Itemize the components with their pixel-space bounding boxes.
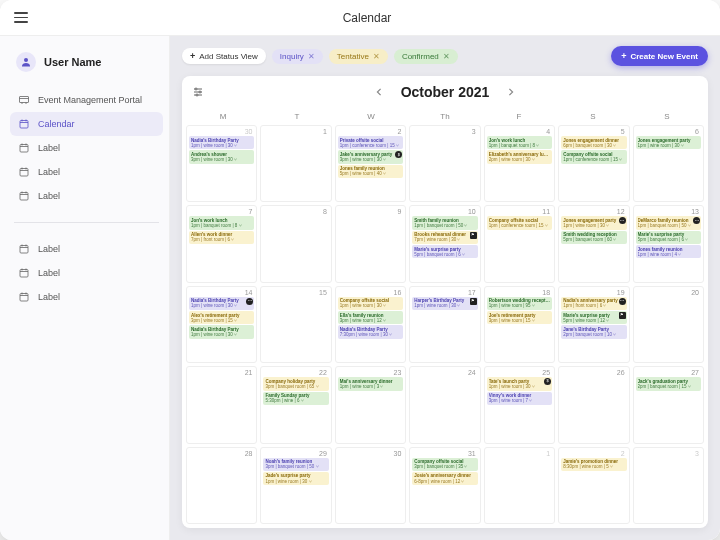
filter-inquiry[interactable]: Inquiry ✕ <box>272 49 323 64</box>
sidebar-item-label[interactable]: Label <box>10 184 163 208</box>
event-inquiry[interactable]: Marie's surprise party5pm | banquet room… <box>412 245 477 258</box>
event-inquiry[interactable]: Harper's Birthday Party1pm | wine room |… <box>412 297 477 310</box>
event-inquiry[interactable]: Nadia's Birthday Party7:30pm | wine room… <box>338 325 403 338</box>
calendar-cell[interactable]: 4Jon's work lunch1pm | banquet room | 8 … <box>484 125 555 202</box>
calendar-cell[interactable]: 30 <box>335 447 406 524</box>
add-status-view-button[interactable]: + Add Status View <box>182 48 266 64</box>
calendar-cell[interactable]: 11Company offsite social1pm | conference… <box>484 205 555 282</box>
event-inquiry[interactable]: Vinny's work dinner3pm | wine room | 7 ⑂ <box>487 392 552 405</box>
user-block[interactable]: User Name <box>10 48 163 76</box>
event-tentative[interactable]: DeMarco family reunion1pm | banquet room… <box>636 216 701 229</box>
event-tentative[interactable]: Josie's anniversary dinner6-8pm | wine r… <box>412 472 477 485</box>
event-confirmed[interactable]: Jon's work lunch1pm | banquet room | 8 ⑂ <box>487 136 552 149</box>
event-tentative[interactable]: Company holiday party3pm | banquet room … <box>263 377 328 390</box>
calendar-cell[interactable]: 19Nadia's anniversary party1pm | front r… <box>558 286 629 363</box>
sidebar-item-event-management-portal[interactable]: Event Management Portal <box>10 88 163 112</box>
event-confirmed[interactable]: Marie's surprise party5pm | banquet room… <box>636 231 701 244</box>
calendar-cell[interactable]: 18Robertson wedding reception1pm | wine … <box>484 286 555 363</box>
calendar-cell[interactable]: 28 <box>186 447 257 524</box>
event-tentative[interactable]: Allen's work dinner7pm | front room | 6 … <box>189 231 254 244</box>
event-tentative[interactable]: Alex's retirement party3pm | wine room |… <box>189 311 254 324</box>
event-tentative[interactable]: Tate's launch party1pm | wine room | 30 … <box>487 377 552 390</box>
calendar-cell[interactable]: 15 <box>260 286 331 363</box>
filter-tentative[interactable]: Tentative ✕ <box>329 49 388 64</box>
calendar-cell[interactable]: 1 <box>260 125 331 202</box>
event-inquiry[interactable]: Private offsite social1pm | conference r… <box>338 136 403 149</box>
event-inquiry[interactable]: Jane's Birthday Party2pm | banquet room … <box>561 325 626 338</box>
calendar-cell[interactable]: 25Tate's launch party1pm | wine room | 3… <box>484 366 555 443</box>
calendar-cell[interactable]: 2Jamie's promotion dinner8:30pm | wine r… <box>558 447 629 524</box>
sidebar-item-label[interactable]: Label <box>10 285 163 309</box>
filter-settings-icon[interactable] <box>192 86 204 98</box>
event-confirmed[interactable]: Jake's anniversary party3pm | wine room … <box>338 150 403 163</box>
event-confirmed[interactable]: Andrea's shower3pm | wine room | 30 ⑂ <box>189 150 254 163</box>
calendar-cell[interactable]: 26 <box>558 366 629 443</box>
calendar-cell[interactable]: 29Noah's family reunion3pm | banquet roo… <box>260 447 331 524</box>
event-tentative[interactable]: Joe's retirement party3pm | wine room | … <box>487 311 552 324</box>
calendar-cell[interactable]: 20 <box>633 286 704 363</box>
sidebar-item-label[interactable]: Label <box>10 261 163 285</box>
event-tentative[interactable]: Jones engagement dinner6pm | banquet roo… <box>561 136 626 149</box>
event-tentative[interactable]: Nadia's anniversary party1pm | front roo… <box>561 297 626 310</box>
menu-icon[interactable] <box>14 12 28 23</box>
event-inquiry[interactable]: Nadia's Birthday Party1pm | wine room | … <box>189 297 254 310</box>
event-confirmed[interactable]: Mai's anniversary dinner1pm | wine room … <box>338 377 403 390</box>
event-tentative[interactable]: Jones family reunion5pm | wine room | 40… <box>338 165 403 178</box>
calendar-cell[interactable]: 7Jon's work lunch1pm | banquet room | 8 … <box>186 205 257 282</box>
prev-month-icon[interactable] <box>375 88 383 96</box>
calendar-cell[interactable]: 6Jones engagement party1pm | wine room |… <box>633 125 704 202</box>
event-inquiry[interactable]: Noah's family reunion3pm | banquet room … <box>263 458 328 471</box>
calendar-cell[interactable]: 2Private offsite social1pm | conference … <box>335 125 406 202</box>
event-inquiry[interactable]: Nadia's Birthday Party1pm | wine room | … <box>189 136 254 149</box>
filter-confirmed[interactable]: Confirmed ✕ <box>394 49 458 64</box>
calendar-cell[interactable]: 23Mai's anniversary dinner1pm | wine roo… <box>335 366 406 443</box>
calendar-cell[interactable]: 27Jack's graduation party2pm | banquet r… <box>633 366 704 443</box>
event-confirmed[interactable]: Family Sunday party5:30pm | wine | 6 ⑂ <box>263 392 328 405</box>
calendar-cell[interactable]: 12Jones engagement party1pm | wine room … <box>558 205 629 282</box>
event-tentative[interactable]: Jones engagement party1pm | wine room | … <box>561 216 626 229</box>
calendar-cell[interactable]: 3 <box>633 447 704 524</box>
close-icon[interactable]: ✕ <box>373 52 380 61</box>
calendar-cell[interactable]: 10Smith family reunion1pm | banquet room… <box>409 205 480 282</box>
calendar-cell[interactable]: 16Company offsite social1pm | wine room … <box>335 286 406 363</box>
event-confirmed[interactable]: Smith wedding reception5pm | banquet roo… <box>561 231 626 244</box>
next-month-icon[interactable] <box>507 88 515 96</box>
event-confirmed[interactable]: Smith family reunion1pm | banquet room |… <box>412 216 477 229</box>
close-icon[interactable]: ✕ <box>443 52 450 61</box>
sidebar-item-label[interactable]: Label <box>10 160 163 184</box>
close-icon[interactable]: ✕ <box>308 52 315 61</box>
calendar-cell[interactable]: 13DeMarco family reunion1pm | banquet ro… <box>633 205 704 282</box>
event-confirmed[interactable]: Robertson wedding reception1pm | wine ro… <box>487 297 552 310</box>
create-event-button[interactable]: + Create New Event <box>611 46 708 66</box>
sidebar-item-calendar[interactable]: Calendar <box>10 112 163 136</box>
calendar-cell[interactable]: 22Company holiday party3pm | banquet roo… <box>260 366 331 443</box>
calendar-cell[interactable]: 8 <box>260 205 331 282</box>
event-confirmed[interactable]: Jones engagement party1pm | wine room | … <box>636 136 701 149</box>
event-confirmed[interactable]: Nadia's Birthday Party1pm | wine room | … <box>189 325 254 338</box>
event-tentative[interactable]: Company offsite social1pm | wine room | … <box>338 297 403 310</box>
event-tentative[interactable]: Jamie's promotion dinner8:30pm | wine ro… <box>561 458 626 471</box>
event-tentative[interactable]: Elizabeth's anniversary lunch2pm | wine … <box>487 150 552 163</box>
event-confirmed[interactable]: Jon's work lunch1pm | banquet room | 8 ⑂ <box>189 216 254 229</box>
event-tentative[interactable]: Brooks rehearsal dinner7pm | wine room |… <box>412 231 477 244</box>
calendar-cell[interactable]: 1 <box>484 447 555 524</box>
calendar-cell[interactable]: 5Jones engagement dinner6pm | banquet ro… <box>558 125 629 202</box>
calendar-cell[interactable]: 17Harper's Birthday Party1pm | wine room… <box>409 286 480 363</box>
calendar-cell[interactable]: 3 <box>409 125 480 202</box>
event-confirmed[interactable]: Ella's family reunion3pm | wine room | 1… <box>338 311 403 324</box>
event-confirmed[interactable]: Company offsite social3pm | banquet room… <box>412 458 477 471</box>
calendar-cell[interactable]: 9 <box>335 205 406 282</box>
event-confirmed[interactable]: Company offsite social1pm | conference r… <box>561 150 626 163</box>
calendar-cell[interactable]: 21 <box>186 366 257 443</box>
calendar-cell[interactable]: 31Company offsite social3pm | banquet ro… <box>409 447 480 524</box>
event-inquiry[interactable]: Jones family reunion1pm | wine room | 4 … <box>636 245 701 258</box>
event-tentative[interactable]: Company offsite social1pm | conference r… <box>487 216 552 229</box>
event-confirmed[interactable]: Marie's surprise party5pm | wine room | … <box>561 311 626 324</box>
event-confirmed[interactable]: Jack's graduation party2pm | banquet roo… <box>636 377 701 390</box>
calendar-cell[interactable]: 24 <box>409 366 480 443</box>
sidebar-item-label[interactable]: Label <box>10 136 163 160</box>
calendar-cell[interactable]: 14Nadia's Birthday Party1pm | wine room … <box>186 286 257 363</box>
sidebar-item-label[interactable]: Label <box>10 237 163 261</box>
event-tentative[interactable]: Jade's surprise party1pm | wine room | 3… <box>263 472 328 485</box>
calendar-cell[interactable]: 30Nadia's Birthday Party1pm | wine room … <box>186 125 257 202</box>
